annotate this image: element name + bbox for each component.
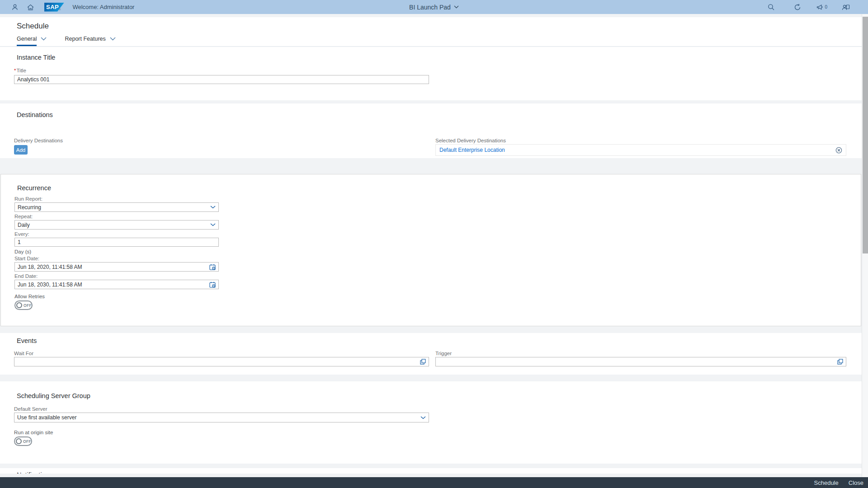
- start-date-label: Start Date:: [14, 256, 39, 261]
- required-mark: *: [14, 68, 16, 73]
- toggle-state-label: OFF: [24, 303, 32, 308]
- vertical-scrollbar[interactable]: [862, 14, 868, 477]
- recurrence-section: Recurrence Run Report: Recurring Repeat:…: [0, 174, 861, 326]
- close-button[interactable]: Close: [849, 479, 863, 486]
- server-group-heading: Scheduling Server Group: [17, 392, 90, 399]
- run-origin-toggle[interactable]: OFF: [14, 436, 32, 446]
- every-label: Every:: [14, 231, 29, 237]
- notification-count: 0: [825, 5, 827, 9]
- footer-bar: Schedule Close: [0, 477, 868, 488]
- wait-for-label: Wait For: [14, 351, 33, 356]
- instance-title-heading: Instance Title: [17, 54, 55, 61]
- toggle-knob: [16, 302, 22, 308]
- run-report-label: Run Report:: [14, 196, 42, 202]
- chevron-down-icon: [110, 37, 116, 41]
- refresh-icon[interactable]: [790, 4, 805, 11]
- tab-report-features[interactable]: Report Features: [65, 36, 115, 46]
- search-icon[interactable]: [764, 4, 779, 11]
- user-icon[interactable]: [7, 4, 23, 11]
- run-report-select[interactable]: Recurring: [14, 202, 219, 212]
- tab-bar: General Report Features: [17, 36, 116, 46]
- destination-link[interactable]: Default Enterprise Location: [439, 147, 505, 153]
- allow-retries-toggle[interactable]: OFF: [14, 300, 33, 310]
- user-settings-icon[interactable]: [838, 4, 854, 11]
- schedule-panel-header: Schedule General Report Features: [0, 17, 862, 47]
- schedule-button[interactable]: Schedule: [814, 479, 839, 486]
- events-heading: Events: [17, 337, 37, 344]
- default-server-label: Default Server: [14, 406, 47, 412]
- instance-title-section: Instance Title *Title: [0, 47, 862, 100]
- chevron-down-icon: [454, 5, 459, 9]
- date-picker-icon[interactable]: [209, 282, 216, 288]
- server-group-section: Scheduling Server Group Default Server U…: [0, 381, 862, 464]
- chevron-down-icon: [210, 223, 216, 226]
- tab-general-label: General: [17, 36, 37, 42]
- shell-header-right: 0: [764, 0, 854, 14]
- events-section: Events Wait For Trigger: [0, 333, 862, 375]
- page-title: Schedule: [17, 22, 49, 31]
- wait-for-input[interactable]: [14, 357, 429, 366]
- date-picker-icon[interactable]: [209, 264, 216, 270]
- notifications-icon[interactable]: 0: [816, 4, 827, 11]
- chevron-down-icon: [41, 37, 47, 41]
- toggle-state-label: OFF: [23, 439, 31, 444]
- selected-destinations-label: Selected Delivery Destinations: [435, 138, 506, 143]
- clipped-next-section: Notification: [0, 468, 862, 474]
- repeat-label: Repeat:: [14, 214, 33, 219]
- sap-logo: SAP: [44, 3, 64, 12]
- app-title-menu[interactable]: BI Launch Pad: [409, 4, 459, 11]
- recurrence-heading: Recurrence: [17, 184, 51, 192]
- selected-destination-row: Default Enterprise Location: [435, 144, 846, 156]
- shell-header-left: SAP ® Welcome: Administrator: [0, 3, 134, 12]
- repeat-select[interactable]: Daily: [14, 220, 219, 230]
- bi-launchpad-app: SAP ® Welcome: Administrator BI Launch P…: [0, 0, 868, 488]
- tab-general[interactable]: General: [17, 36, 47, 46]
- title-field-label: *Title: [14, 68, 26, 73]
- home-icon[interactable]: [23, 4, 38, 11]
- run-origin-label: Run at origin site: [14, 430, 53, 435]
- every-unit-label: Day (s): [14, 249, 31, 254]
- value-help-icon[interactable]: [837, 359, 843, 365]
- remove-destination-icon[interactable]: [835, 147, 842, 154]
- end-date-label: End Date:: [14, 273, 38, 279]
- destinations-heading: Destinations: [17, 111, 53, 118]
- title-input[interactable]: [14, 75, 429, 84]
- chevron-down-icon: [420, 416, 426, 419]
- destinations-section: Destinations Delivery Destinations Add S…: [0, 103, 862, 158]
- start-date-input[interactable]: Jun 18, 2020, 11:41:58 AM: [14, 262, 219, 272]
- delivery-destinations-label: Delivery Destinations: [14, 138, 63, 143]
- add-destination-button[interactable]: Add: [14, 145, 28, 155]
- trigger-input[interactable]: [435, 357, 846, 366]
- app-title-label: BI Launch Pad: [409, 4, 451, 11]
- section-gap: [0, 474, 862, 477]
- chevron-down-icon: [210, 206, 216, 209]
- scrollbar-thumb[interactable]: [863, 17, 868, 253]
- allow-retries-label: Allow Retries: [14, 294, 45, 299]
- shell-header: SAP ® Welcome: Administrator BI Launch P…: [0, 0, 868, 14]
- trigger-label: Trigger: [435, 351, 452, 356]
- toggle-knob: [16, 438, 22, 444]
- tab-report-features-label: Report Features: [65, 36, 105, 42]
- welcome-text: Welcome: Administrator: [72, 4, 134, 10]
- default-server-select[interactable]: Use first available server: [14, 413, 429, 422]
- end-date-input[interactable]: Jun 18, 2030, 11:41:58 AM: [14, 280, 219, 289]
- value-help-icon[interactable]: [420, 359, 426, 365]
- every-input[interactable]: [14, 238, 219, 247]
